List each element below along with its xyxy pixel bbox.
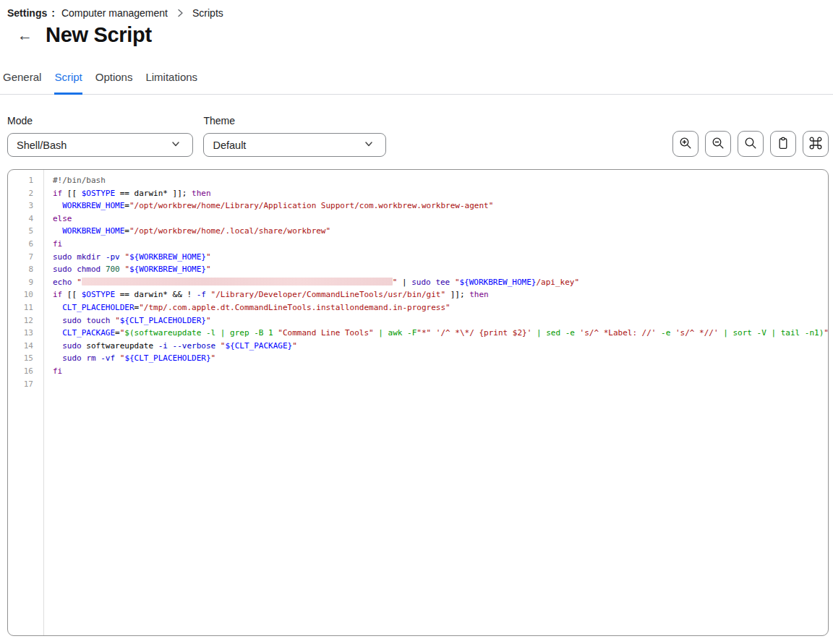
code-token: /api_key" (536, 278, 579, 287)
code-token (168, 341, 173, 351)
theme-select-value: Default (213, 139, 246, 151)
editor-toolbar (672, 131, 829, 157)
zoom-out-button[interactable] (705, 131, 731, 157)
clipboard-icon (776, 136, 790, 153)
code-token: [[ (62, 290, 82, 299)
mode-select-value: Shell/Bash (17, 139, 67, 151)
page-title: New Script (46, 23, 152, 47)
breadcrumb-colon: : (51, 7, 55, 19)
line-number: 11 (8, 301, 33, 314)
line-number: 2 (8, 187, 33, 200)
code-line (53, 378, 825, 391)
code-line: else (53, 212, 825, 226)
code-token: -vf (101, 353, 115, 363)
code-token (53, 303, 62, 312)
line-number: 10 (8, 288, 33, 301)
select-groups: Mode Shell/Bash Theme Default (7, 115, 393, 157)
breadcrumb-computer-management[interactable]: Computer management (61, 7, 168, 19)
code-token: WORKBREW_HOME (62, 201, 124, 210)
line-number: 5 (8, 225, 33, 238)
code-token: ${CLT_PLACEHOLDER} (120, 316, 206, 325)
code-token: ${WORKBREW_HOME} (460, 278, 537, 287)
tab-general[interactable]: General (3, 66, 41, 95)
code-token (101, 265, 106, 274)
code-token: " (124, 265, 129, 274)
code-area[interactable]: #!/bin/bashif [[ $OSTYPE == darwin* ]]; … (44, 170, 828, 635)
code-token: ]]; (445, 290, 469, 299)
code-token: " (292, 341, 297, 351)
code-token: "/opt/workbrew/home/.local/share/workbre… (129, 226, 330, 236)
code-token: tee (435, 278, 450, 287)
code-token (215, 341, 221, 351)
mode-group: Mode Shell/Bash (7, 115, 193, 157)
theme-select[interactable]: Default (203, 133, 386, 157)
code-line: CLT_PACKAGE="$(softwareupdate -l | grep … (53, 327, 825, 340)
gutter: 1234567891011121314151617 (8, 170, 44, 635)
code-line: if [[ $OSTYPE == darwin* ]]; then (53, 187, 825, 200)
code-token: " (455, 278, 460, 287)
code-token: " (77, 278, 82, 287)
page-header: ← New Script (0, 19, 833, 47)
code-token: "/opt/workbrew/home/Library/Application … (129, 201, 493, 210)
code-token: $OSTYPE (82, 290, 115, 299)
code-token: chmod (77, 265, 101, 274)
shortcuts-button[interactable] (803, 131, 829, 157)
code-token (53, 353, 62, 363)
chevron-right-icon (176, 9, 184, 17)
breadcrumb-scripts[interactable]: Scripts (192, 7, 223, 19)
zoom-out-icon (711, 136, 725, 153)
line-number: 13 (8, 327, 33, 340)
tab-script[interactable]: Script (54, 66, 82, 95)
code-editor[interactable]: 1234567891011121314151617 #!/bin/bashif … (7, 169, 829, 636)
command-icon (808, 136, 823, 153)
code-token (53, 341, 62, 351)
code-line: WORKBREW_HOME="/opt/workbrew/home/Librar… (53, 199, 825, 212)
line-number: 9 (8, 276, 33, 289)
code-token: 's/^ *//' (675, 328, 719, 338)
code-token: == darwin* ]]; (115, 189, 192, 198)
code-line: sudo chmod 700 "${WORKBREW_HOME}" (53, 263, 825, 276)
breadcrumb: Settings : Computer management Scripts (0, 0, 833, 19)
zoom-in-icon (678, 136, 693, 153)
code-line: sudo touch "${CLT_PLACEHOLDER}" (53, 314, 825, 327)
code-token: sudo (53, 265, 72, 274)
code-token: mkdir (77, 252, 101, 262)
code-line: CLT_PLACEHOLDER="/tmp/.com.apple.dt.Comm… (53, 301, 825, 314)
code-token: | sed -e (531, 328, 579, 338)
code-token (53, 201, 62, 210)
code-token: " (115, 316, 120, 325)
code-token: -e (657, 328, 676, 338)
code-token (53, 226, 62, 236)
line-number: 12 (8, 314, 33, 327)
code-token: [[ (62, 189, 82, 198)
code-token: = (124, 201, 129, 210)
code-token: then (192, 189, 211, 198)
tab-options[interactable]: Options (95, 66, 133, 95)
line-number: 17 (8, 378, 33, 391)
code-token: if (53, 290, 62, 299)
code-token: --verbose (173, 341, 216, 351)
line-number: 1 (8, 174, 33, 187)
code-token: else (53, 214, 72, 223)
code-token (53, 316, 62, 325)
code-token: " (211, 353, 216, 363)
code-token: CLT_PLACEHOLDER (62, 303, 134, 312)
code-token: WORKBREW_HOME (62, 226, 124, 236)
copy-button[interactable] (770, 131, 796, 157)
zoom-in-button[interactable] (672, 131, 699, 157)
code-token: " (124, 252, 129, 262)
search-button[interactable] (738, 131, 764, 157)
code-line: fi (53, 365, 825, 378)
code-token: ${CLT_PACKAGE} (225, 341, 292, 351)
chevron-down-icon (361, 136, 377, 154)
code-token (115, 353, 120, 363)
code-token: $(softwareupdate -l | grep -B 1 (124, 328, 278, 338)
line-number: 4 (8, 212, 33, 226)
tab-bar: General Script Options Limitations (0, 66, 833, 95)
mode-select[interactable]: Shell/Bash (7, 133, 193, 157)
tab-limitations[interactable]: Limitations (145, 66, 197, 95)
code-token: "*" (416, 328, 431, 338)
code-token: then (469, 290, 489, 299)
code-token: | sort -V | tail -n1) (719, 328, 824, 338)
back-button[interactable]: ← (14, 26, 35, 44)
